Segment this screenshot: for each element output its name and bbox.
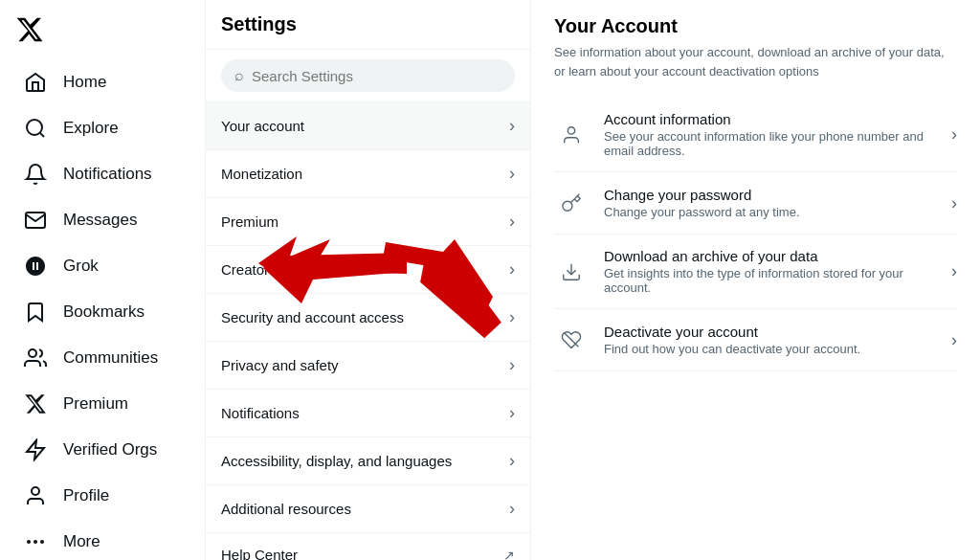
logo[interactable] (0, 8, 205, 59)
sidebar-item-bookmarks-label: Bookmarks (63, 302, 145, 322)
person-icon (554, 118, 589, 152)
communities-icon (23, 346, 48, 370)
sidebar-item-notifications-label: Notifications (63, 165, 152, 184)
grok-icon (23, 254, 48, 279)
chevron-icon: › (509, 307, 515, 327)
chevron-icon: › (951, 330, 957, 350)
sidebar-item-home-label: Home (63, 73, 106, 92)
deactivate-icon (554, 323, 589, 357)
deactivate-text: Deactivate your account Find out how you… (604, 324, 936, 356)
svg-point-0 (27, 120, 42, 135)
download-desc: Get insights into the type of informatio… (604, 266, 936, 295)
settings-item-notifications-label: Notifications (221, 405, 300, 421)
settings-item-creator-subscriptions[interactable]: Creator Subscriptions › (206, 246, 530, 294)
settings-item-accessibility-label: Accessibility, display, and languages (221, 453, 452, 469)
svg-line-1 (40, 133, 44, 137)
sidebar-item-verified-label: Verified Orgs (63, 440, 157, 459)
chevron-icon: › (509, 116, 515, 136)
sidebar-item-verified-orgs[interactable]: Verified Orgs (8, 428, 197, 472)
chevron-icon: › (951, 124, 957, 145)
account-item-deactivate[interactable]: Deactivate your account Find out how you… (554, 309, 957, 371)
sidebar-item-home[interactable]: Home (8, 60, 197, 104)
sidebar-item-explore[interactable]: Explore (8, 106, 197, 150)
account-info-desc: See your account information like your p… (604, 129, 936, 158)
search-box[interactable]: ⌕ (221, 59, 515, 92)
settings-item-privacy[interactable]: Privacy and safety › (206, 342, 530, 390)
settings-item-monetization[interactable]: Monetization › (206, 150, 530, 198)
sidebar-item-communities-label: Communities (63, 348, 158, 368)
svg-point-6 (40, 540, 44, 544)
password-desc: Change your password at any time. (604, 205, 936, 219)
sidebar-item-more-label: More (63, 532, 100, 551)
sidebar-item-premium-label: Premium (63, 394, 128, 414)
download-text: Download an archive of your data Get ins… (604, 248, 936, 295)
search-wrap: ⌕ (206, 50, 530, 102)
sidebar-item-profile-label: Profile (63, 486, 109, 505)
password-text: Change your password Change your passwor… (604, 187, 936, 219)
deactivate-desc: Find out how you can deactivate your acc… (604, 342, 936, 356)
settings-item-help[interactable]: Help Center ↗ (206, 533, 530, 560)
settings-item-monetization-label: Monetization (221, 166, 302, 182)
sidebar-item-premium[interactable]: Premium (8, 382, 197, 426)
svg-point-3 (32, 487, 39, 495)
settings-item-your-account[interactable]: Your account › (206, 102, 530, 150)
settings-item-additional-label: Additional resources (221, 501, 351, 517)
your-account-description: See information about your account, down… (554, 43, 957, 80)
settings-item-notifications[interactable]: Notifications › (206, 390, 530, 437)
settings-title: Settings (206, 0, 530, 50)
chevron-icon: › (509, 259, 515, 280)
password-title: Change your password (604, 187, 936, 203)
chevron-icon: › (509, 403, 515, 423)
settings-item-additional[interactable]: Additional resources › (206, 485, 530, 533)
download-title: Download an archive of your data (604, 248, 936, 264)
message-icon (23, 208, 48, 233)
chevron-icon: › (951, 261, 957, 281)
deactivate-title: Deactivate your account (604, 324, 936, 340)
settings-panel: Settings ⌕ Your account › Monetization ›… (206, 0, 531, 560)
chevron-icon: › (509, 355, 515, 375)
sidebar-item-grok-label: Grok (63, 257, 99, 276)
sidebar: Home Explore Notifications Messages Grok… (0, 0, 206, 560)
profile-icon (23, 483, 48, 508)
svg-point-12 (568, 126, 574, 133)
search-input[interactable] (252, 68, 501, 84)
settings-item-your-account-label: Your account (221, 118, 304, 134)
svg-point-5 (33, 540, 37, 544)
account-info-text: Account information See your account inf… (604, 111, 936, 158)
settings-item-premium[interactable]: Premium › (206, 198, 530, 246)
sidebar-item-profile[interactable]: Profile (8, 474, 197, 518)
chevron-icon: › (509, 212, 515, 232)
chevron-icon: › (509, 451, 515, 471)
sidebar-item-more[interactable]: More (8, 520, 197, 560)
account-info-title: Account information (604, 111, 936, 127)
chevron-icon: › (509, 164, 515, 184)
sidebar-item-bookmarks[interactable]: Bookmarks (8, 290, 197, 334)
svg-point-4 (27, 540, 31, 544)
settings-item-security-label: Security and account access (221, 309, 404, 325)
chevron-icon: › (951, 193, 957, 213)
sidebar-item-explore-label: Explore (63, 119, 119, 138)
sidebar-item-notifications[interactable]: Notifications (8, 152, 197, 196)
download-icon (554, 255, 589, 289)
account-item-info[interactable]: Account information See your account inf… (554, 98, 957, 172)
svg-point-2 (29, 349, 36, 357)
sidebar-item-messages[interactable]: Messages (8, 198, 197, 242)
account-item-download[interactable]: Download an archive of your data Get ins… (554, 235, 957, 309)
settings-item-creator-subscriptions-label: Creator Subscriptions (221, 261, 359, 278)
more-icon (23, 529, 48, 554)
sidebar-item-communities[interactable]: Communities (8, 336, 197, 380)
settings-list: Settings ⌕ Your account › Monetization ›… (206, 0, 531, 560)
external-link-icon: ↗ (503, 548, 515, 561)
right-panel: Your Account See information about your … (531, 0, 980, 560)
settings-item-accessibility[interactable]: Accessibility, display, and languages › (206, 437, 530, 485)
home-icon (23, 70, 48, 95)
key-icon (554, 186, 589, 220)
settings-item-security[interactable]: Security and account access › (206, 294, 530, 342)
account-item-password[interactable]: Change your password Change your passwor… (554, 172, 957, 235)
settings-item-premium-label: Premium (221, 213, 278, 230)
premium-icon (23, 392, 48, 416)
your-account-title: Your Account (554, 15, 957, 37)
sidebar-item-grok[interactable]: Grok (8, 244, 197, 288)
chevron-icon: › (509, 499, 515, 519)
settings-item-help-label: Help Center (221, 547, 298, 560)
